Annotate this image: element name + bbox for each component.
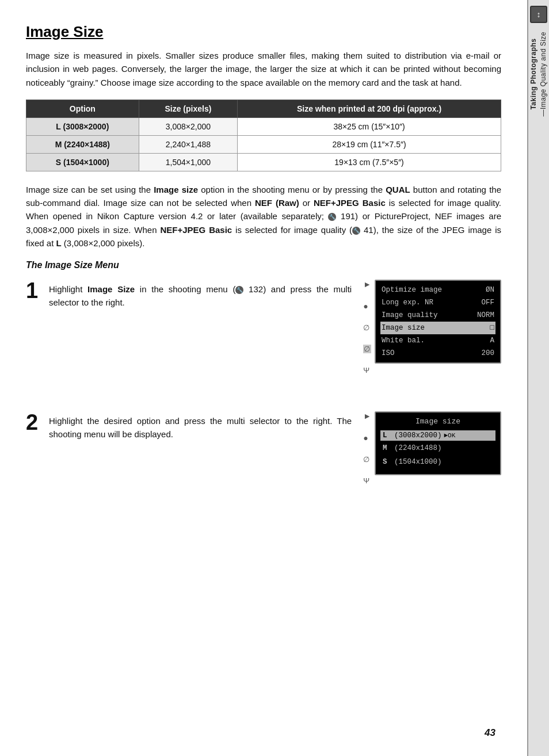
camera-screen-1: Optimize image ØN Long exp. NR OFF Image… <box>375 280 501 364</box>
table-row-option-2: S (1504×1000) <box>26 153 139 171</box>
screen2-letter-m: M <box>383 444 392 452</box>
body-paragraph: Image size can be set using the Image si… <box>26 183 501 250</box>
icon-arrow: ► <box>363 280 371 289</box>
screen2-label-m: (2240x1488) <box>394 444 442 452</box>
screen1-value-6: 200 <box>481 348 494 359</box>
table-header-size: Size (pixels) <box>139 100 237 117</box>
screen2-row-l: L (3008x2000) ►OK <box>380 430 495 441</box>
step-1-content: Highlight Image Size in the shooting men… <box>49 280 352 310</box>
side-tab-label-taking: Taking Photographs <box>529 39 537 110</box>
screen1-value-4: □ <box>490 322 494 334</box>
screen1-row-6: ISO 200 <box>380 347 495 360</box>
screen1-row-5: White bal. A <box>380 334 495 347</box>
icon2-pencil: ∅ <box>363 455 371 464</box>
screen1-row-3: Image quality NORM <box>380 309 495 322</box>
screen1-icons: ► ● ∅ ∅ Ψ . <box>363 280 371 394</box>
screen1-label-2: Long exp. NR <box>382 297 433 308</box>
main-content: Image Size Image size is measured in pix… <box>0 0 527 756</box>
screen2-label-s: (1504x1000) <box>394 458 442 466</box>
side-tab: ↕ Taking Photographs—Image Quality and S… <box>527 0 549 756</box>
table-row-option-0: L (3008×2000) <box>26 117 139 135</box>
step-2: 2 Highlight the desired option and press… <box>26 411 501 485</box>
page-number: 43 <box>485 727 495 739</box>
screen2-icons: ► ● ∅ Ψ <box>363 411 371 485</box>
screen1-label-6: ISO <box>382 348 395 359</box>
screen1-label-1: Optimize image <box>382 284 442 296</box>
page-title: Image Size <box>26 23 501 41</box>
step-1-screen: ► ● ∅ ∅ Ψ . Optimize image ØN <box>363 280 501 394</box>
screen2-letter-s: S <box>383 458 392 466</box>
step-2-content: Highlight the desired option and press t… <box>49 411 352 441</box>
screen1-label-4: Image size <box>382 322 425 334</box>
step-2-numtext: 2 Highlight the desired option and press… <box>26 411 352 441</box>
table-row-print-0: 38×25 cm (15″×10″) <box>238 117 501 135</box>
icon2-wb: Ψ <box>363 476 371 485</box>
table-row-size-2: 1,504×1,000 <box>139 153 237 171</box>
section-heading: The Image Size Menu <box>26 260 501 270</box>
screen2-row-s: S (1504x1000) <box>380 456 495 468</box>
table-header-option: Option <box>26 100 139 117</box>
step-1-left: 1 Highlight Image Size in the shooting m… <box>26 280 352 310</box>
table-row-print-2: 19×13 cm (7.5″×5″) <box>238 153 501 171</box>
table-row-size-0: 3,008×2,000 <box>139 117 237 135</box>
steps-container: 1 Highlight Image Size in the shooting m… <box>26 280 501 485</box>
screen1-value-5: A <box>490 335 494 346</box>
table-row-option-1: M (2240×1488) <box>26 135 139 153</box>
screen1-value-3: NORM <box>477 310 494 321</box>
screen2-letter-l: L <box>383 432 392 440</box>
screen2-row-m: M (2240x1488) <box>380 442 495 455</box>
icon-pencil: ∅ <box>363 323 371 332</box>
screen2-label-l: (3008x2000) <box>394 432 442 440</box>
screen1-row-1: Optimize image ØN <box>380 284 495 296</box>
step-1-numtext: 1 Highlight Image Size in the shooting m… <box>26 280 352 310</box>
screen2-ok: ►OK <box>444 432 456 439</box>
step-2-screen: ► ● ∅ Ψ Image size L (3008x2000) ►OK <box>363 411 501 485</box>
table-row-print-1: 28×19 cm (11″×7.5″) <box>238 135 501 153</box>
size-table: Option Size (pixels) Size when printed a… <box>26 100 501 171</box>
step-2-left: 2 Highlight the desired option and press… <box>26 411 352 441</box>
screen1-value-2: OFF <box>481 297 494 308</box>
intro-paragraph: Image size is measured in pixels. Smalle… <box>26 49 501 89</box>
step-2-number: 2 <box>26 411 42 433</box>
side-tab-icon: ↕ <box>530 6 547 23</box>
side-tab-text: Taking Photographs—Image Quality and Siz… <box>529 32 548 117</box>
table-row-size-1: 2,240×1,488 <box>139 135 237 153</box>
icon-wb: Ψ <box>363 366 371 375</box>
screen1-label-3: Image quality <box>382 310 438 321</box>
table-header-print: Size when printed at 200 dpi (approx.) <box>238 100 501 117</box>
screen1-row-4-selected: Image size □ <box>380 322 495 334</box>
step-1-number: 1 <box>26 280 42 301</box>
icon-pencil2: ∅ <box>363 345 371 353</box>
icon-circle: ● <box>363 301 371 311</box>
screen1-value-1: ØN <box>486 284 494 296</box>
icon2-arrow: ► <box>363 411 371 421</box>
screen1-row-2: Long exp. NR OFF <box>380 296 495 309</box>
icon2-circle: ● <box>363 433 371 442</box>
camera-screen-2: Image size L (3008x2000) ►OK M (2240x148… <box>375 411 501 475</box>
screen1-label-5: White bal. <box>382 335 425 346</box>
step-1: 1 Highlight Image Size in the shooting m… <box>26 280 501 394</box>
screen2-title: Image size <box>380 417 495 426</box>
